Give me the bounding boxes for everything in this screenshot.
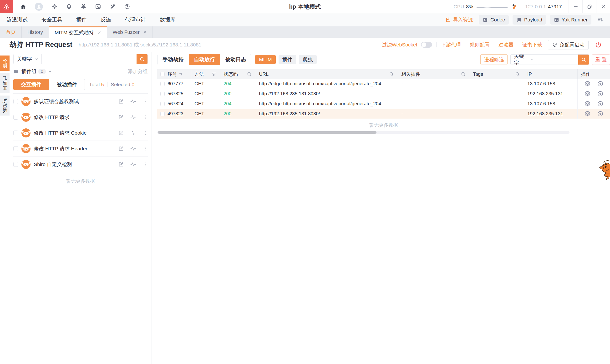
menu-reverse[interactable]: 反连 xyxy=(101,16,111,23)
power-icon[interactable] xyxy=(595,41,602,48)
tab-passive-plugins[interactable]: 被动插件 xyxy=(49,79,85,90)
goto-detail-icon[interactable] xyxy=(597,80,604,87)
plugin-checkbox[interactable] xyxy=(13,162,18,167)
close-tab-icon[interactable] xyxy=(143,30,147,34)
column-search-icon[interactable] xyxy=(247,71,252,77)
filter-funnel-icon[interactable] xyxy=(211,72,216,77)
open-in-browser-icon[interactable] xyxy=(584,111,591,117)
goto-detail-icon[interactable] xyxy=(597,101,604,107)
plugin-checkbox[interactable] xyxy=(13,130,18,135)
bell-icon[interactable] xyxy=(66,4,72,10)
bug-icon[interactable] xyxy=(80,4,87,10)
more-menu-icon[interactable] xyxy=(143,99,148,104)
menu-plugins[interactable]: 插件 xyxy=(76,16,87,23)
row-checkbox[interactable] xyxy=(160,92,165,96)
row-checkbox[interactable] xyxy=(160,112,165,116)
table-search-button[interactable] xyxy=(578,54,589,65)
tab-manual-hijack[interactable]: 手动劫持 xyxy=(157,54,189,65)
menu-pentest[interactable]: 渗透测试 xyxy=(7,16,28,23)
horizontal-scrollbar[interactable] xyxy=(157,131,570,134)
tab-history[interactable]: History xyxy=(22,26,49,38)
more-menu-icon[interactable] xyxy=(143,130,148,136)
menu-security-tools[interactable]: 安全工具 xyxy=(41,16,63,23)
plugin-checkbox[interactable] xyxy=(13,146,18,151)
sort-descending-icon[interactable] xyxy=(597,17,603,23)
more-menu-icon[interactable] xyxy=(143,115,148,120)
plugin-checkbox[interactable] xyxy=(13,115,18,120)
plugin-checkbox[interactable] xyxy=(13,99,18,104)
sidebar-tab-hotload[interactable]: 热加载 xyxy=(0,95,10,116)
filter-link[interactable]: 过滤器 xyxy=(498,41,514,48)
list-item[interactable]: 修改 HTTP 请求 xyxy=(13,109,148,125)
row-checkbox[interactable] xyxy=(160,82,165,86)
open-in-browser-icon[interactable] xyxy=(584,101,591,107)
downstream-proxy-link[interactable]: 下游代理 xyxy=(441,41,461,48)
reset-button[interactable]: 重 置 xyxy=(592,54,610,65)
activity-icon[interactable] xyxy=(130,145,136,152)
goto-detail-icon[interactable] xyxy=(597,91,604,97)
more-menu-icon[interactable] xyxy=(143,146,148,151)
app-logo-alert-icon[interactable] xyxy=(0,0,13,13)
terminal-icon[interactable] xyxy=(95,4,101,10)
tab-web-fuzzer[interactable]: Web Fuzzer xyxy=(107,26,153,38)
close-tab-icon[interactable] xyxy=(97,31,101,35)
scrollbar-thumb[interactable] xyxy=(158,131,376,134)
edit-icon[interactable] xyxy=(118,114,124,120)
table-search-type-select[interactable]: 关键字 xyxy=(511,54,537,65)
activity-icon[interactable] xyxy=(130,114,136,120)
table-row[interactable]: 607777 GET 204 http://edge-http.microsof… xyxy=(157,79,610,89)
sort-icon[interactable] xyxy=(179,72,183,77)
gear-icon[interactable] xyxy=(52,4,57,10)
more-menu-icon[interactable] xyxy=(143,162,148,167)
import-resource-link[interactable]: 导入资源 xyxy=(445,16,473,23)
goto-detail-icon[interactable] xyxy=(597,111,604,117)
list-item[interactable]: Shiro 自定义检测 xyxy=(13,156,148,172)
open-in-browser-icon[interactable] xyxy=(584,80,591,87)
tab-interactive-plugins[interactable]: 交互插件 xyxy=(13,79,49,90)
list-item[interactable]: 多认证综合越权测试 xyxy=(13,94,148,109)
tab-mitm-view[interactable]: MITM xyxy=(255,55,276,64)
payload-button[interactable]: Payload xyxy=(513,15,546,25)
sidebar-tab-all[interactable]: 全部 xyxy=(0,55,10,71)
activity-icon[interactable] xyxy=(130,130,136,136)
tab-auto-pass[interactable]: 自动放行 xyxy=(189,54,220,65)
codec-button[interactable]: Codec xyxy=(479,15,509,25)
tab-plugin-view[interactable]: 插件 xyxy=(279,55,296,64)
home-icon[interactable] xyxy=(20,4,26,10)
activity-icon[interactable] xyxy=(130,98,136,104)
websocket-toggle[interactable] xyxy=(421,42,432,48)
rule-config-link[interactable]: 规则配置 xyxy=(470,41,490,48)
column-search-icon[interactable] xyxy=(515,71,520,77)
plugin-search-type-select[interactable]: 关键字 xyxy=(13,54,42,64)
tab-home[interactable]: 首页 xyxy=(0,26,22,38)
yak-runner-button[interactable]: Yak Runner xyxy=(550,15,591,25)
cert-download-link[interactable]: 证书下载 xyxy=(522,41,542,48)
tab-mitm[interactable]: MITM 交互式劫持 xyxy=(49,26,107,38)
edit-icon[interactable] xyxy=(118,99,124,104)
open-in-browser-icon[interactable] xyxy=(584,91,591,97)
list-item[interactable]: 修改 HTTP 请求 Cookie xyxy=(13,125,148,141)
column-search-icon[interactable] xyxy=(389,71,394,77)
table-row[interactable]: 567825 GET 200 http://192.168.235.131:80… xyxy=(157,89,610,99)
tab-crawler-view[interactable]: 爬虫 xyxy=(299,55,317,64)
menu-database[interactable]: 数据库 xyxy=(160,16,175,23)
menu-code-audit[interactable]: 代码审计 xyxy=(125,16,146,23)
activity-icon[interactable] xyxy=(130,161,136,168)
plugin-search-input[interactable] xyxy=(42,54,137,64)
edit-icon[interactable] xyxy=(118,146,124,151)
row-checkbox[interactable] xyxy=(160,102,165,106)
table-row[interactable]: 567824 GET 204 http://edge-http.microsof… xyxy=(157,99,610,109)
list-item[interactable]: 修改 HTTP 请求 Header xyxy=(13,141,148,156)
edit-icon[interactable] xyxy=(118,130,124,136)
no-config-start-button[interactable]: 免配置启动 xyxy=(548,40,589,50)
process-filter-button[interactable]: 进程筛选 xyxy=(480,54,507,65)
select-all-checkbox[interactable] xyxy=(160,72,165,76)
chevron-down-icon[interactable] xyxy=(48,70,52,73)
add-group-button[interactable]: 添加分组 xyxy=(128,68,148,75)
restore-button[interactable] xyxy=(582,0,596,13)
table-row-selected[interactable]: 497823 GET 200 http://192.168.235.131:80… xyxy=(157,109,610,119)
avatar[interactable] xyxy=(35,3,43,11)
tools-icon[interactable] xyxy=(110,4,116,10)
close-button[interactable] xyxy=(596,0,610,13)
minimize-button[interactable] xyxy=(569,0,582,13)
